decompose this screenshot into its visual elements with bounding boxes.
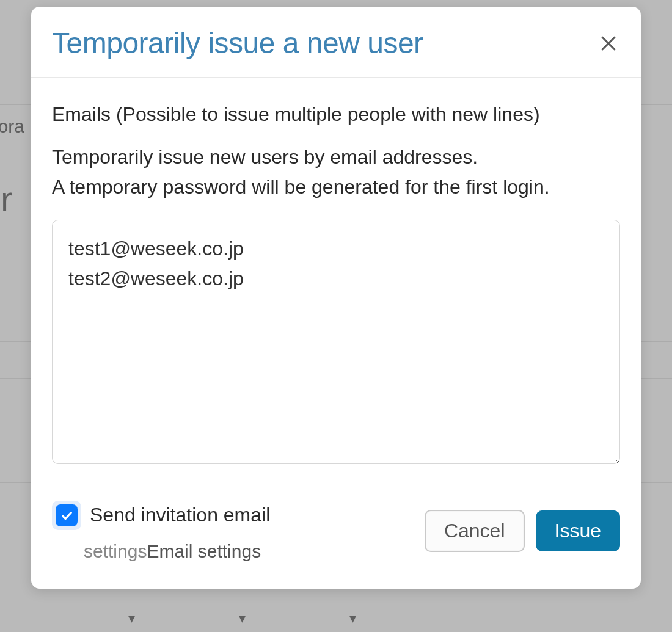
modal-body: Emails (Possible to issue multiple peopl… [31,78,641,479]
email-settings-link[interactable]: Email settings [147,541,261,562]
cancel-button[interactable]: Cancel [425,510,525,552]
email-settings-row: settings Email settings [52,541,270,562]
send-invitation-label: Send invitation email [90,504,270,526]
issue-user-modal: Temporarily issue a new user Emails (Pos… [31,7,641,589]
modal-overlay: Temporarily issue a new user Emails (Pos… [0,0,672,632]
send-invitation-checkbox[interactable] [56,504,78,526]
emails-textarea[interactable] [52,220,620,464]
modal-footer: Send invitation email settings Email set… [31,479,641,589]
issue-button[interactable]: Issue [536,510,620,551]
send-invitation-row: Send invitation email [52,501,270,530]
help-text: Temporarily issue new users by email add… [52,142,620,203]
emails-field-label: Emails (Possible to issue multiple peopl… [52,102,620,128]
close-icon[interactable] [597,32,620,55]
modal-title: Temporarily issue a new user [52,26,423,60]
settings-prefix: settings [84,541,147,562]
modal-header: Temporarily issue a new user [31,7,641,78]
